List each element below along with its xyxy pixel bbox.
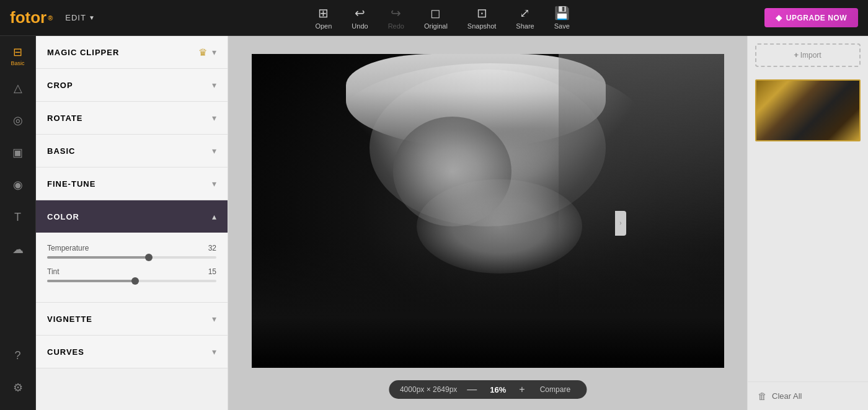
gear-icon: ⚙ xyxy=(13,381,23,394)
color-section: COLOR ▴ Temperature 32 xyxy=(36,200,228,303)
sidebar-item-help[interactable]: ? xyxy=(3,341,33,370)
right-panel: + + Import 🗑 Clear All xyxy=(747,36,868,410)
sidebar-item-text[interactable]: T xyxy=(3,202,33,232)
crop-header[interactable]: CROP ▾ xyxy=(36,69,228,101)
chevron-down-icon: ▼ xyxy=(89,14,95,21)
curves-header[interactable]: CURVES ▾ xyxy=(36,336,228,368)
topbar-tools: ⊞ Open ↩ Undo ↪ Redo ◻ Original ⊡ Snapsh… xyxy=(120,6,764,30)
frame-icon: ▣ xyxy=(12,146,23,159)
sidebar-item-cloud[interactable]: ☁ xyxy=(3,234,33,264)
triangle-icon: △ xyxy=(14,81,22,95)
crown-icon: ♛ xyxy=(198,47,207,58)
basic-header[interactable]: BASIC ▾ xyxy=(36,135,228,167)
canvas-area: 4000px × 2649px — 16% + Compare › xyxy=(228,36,747,410)
rotate-header[interactable]: ROTATE ▾ xyxy=(36,102,228,134)
help-icon: ? xyxy=(14,349,20,362)
zoom-out-button[interactable]: — xyxy=(464,384,479,395)
sidebar-icons: ⊟ Basic △ ◎ ▣ ◉ T ☁ ? ⚙ xyxy=(0,36,36,410)
collapse-right-panel-button[interactable]: › xyxy=(615,211,626,236)
chevron-icon: ▾ xyxy=(212,80,216,90)
crop-section: CROP ▾ xyxy=(36,69,228,102)
undo-icon: ↩ xyxy=(355,6,365,20)
save-icon: 💾 xyxy=(554,6,570,20)
basic-section: BASIC ▾ xyxy=(36,135,228,167)
edit-panel: MAGIC CLIPPER ♛ ▾ CROP ▾ ROTATE ▾ xyxy=(36,36,228,410)
vignette-header[interactable]: VIGNETTE ▾ xyxy=(36,303,228,335)
save-tool[interactable]: 💾 Save xyxy=(554,6,570,30)
tint-slider[interactable] xyxy=(47,280,216,282)
undo-tool[interactable]: ↩ Undo xyxy=(352,6,368,30)
app-logo: fotor® xyxy=(10,8,53,27)
open-icon: ⊞ xyxy=(318,6,329,20)
share-tool[interactable]: ⤢ Share xyxy=(516,6,534,30)
main-image xyxy=(252,54,724,368)
color-content: Temperature 32 Tint 15 xyxy=(36,233,228,302)
thumbnail-image xyxy=(756,81,859,140)
chevron-up-icon: ▴ xyxy=(212,212,216,221)
sidebar-item-frame[interactable]: ▣ xyxy=(3,138,33,167)
edit-button[interactable]: EDIT ▼ xyxy=(65,13,95,22)
bottom-bar: 4000px × 2649px — 16% + Compare xyxy=(389,380,587,399)
sliders-icon: ⊟ xyxy=(13,45,22,59)
rotate-section: ROTATE ▾ xyxy=(36,102,228,135)
snapshot-tool[interactable]: ⊡ Snapshot xyxy=(467,6,496,30)
cloud-icon: ☁ xyxy=(12,243,24,256)
chevron-icon: ▾ xyxy=(212,179,216,189)
image-container xyxy=(252,54,724,368)
snapshot-icon: ⊡ xyxy=(477,6,487,20)
text-icon: T xyxy=(14,211,21,224)
chevron-icon: ▾ xyxy=(212,146,216,156)
chevron-right-icon: › xyxy=(619,220,621,226)
main-layout: ⊟ Basic △ ◎ ▣ ◉ T ☁ ? ⚙ xyxy=(0,36,868,410)
tint-slider-row: Tint 15 xyxy=(47,267,216,282)
chevron-icon: ▾ xyxy=(212,113,216,123)
magic-clipper-header[interactable]: MAGIC CLIPPER ♛ ▾ xyxy=(36,36,228,68)
redo-tool[interactable]: ↪ Redo xyxy=(388,6,404,30)
chevron-icon: ▾ xyxy=(212,347,216,357)
thumbnail-area xyxy=(755,79,861,141)
redo-icon: ↪ xyxy=(391,6,401,20)
magic-clipper-section: MAGIC CLIPPER ♛ ▾ xyxy=(36,36,228,69)
sidebar-item-beauty[interactable]: △ xyxy=(3,73,33,103)
original-icon: ◻ xyxy=(430,6,441,20)
temperature-slider-row: Temperature 32 xyxy=(47,244,216,259)
sidebar-bottom: ? ⚙ xyxy=(3,341,33,410)
topbar: fotor® EDIT ▼ ⊞ Open ↩ Undo ↪ Redo ◻ Ori… xyxy=(0,0,868,36)
fine-tune-header[interactable]: FINE-TUNE ▾ xyxy=(36,167,228,200)
temperature-slider[interactable] xyxy=(47,256,216,259)
clear-all-button[interactable]: 🗑 Clear All xyxy=(748,381,868,410)
target-icon: ◉ xyxy=(13,178,23,192)
curves-section: CURVES ▾ xyxy=(36,336,228,368)
import-button[interactable]: + + Import xyxy=(755,43,861,67)
fine-tune-section: FINE-TUNE ▾ xyxy=(36,167,228,200)
compare-button[interactable]: Compare xyxy=(535,385,575,394)
sidebar-item-eye[interactable]: ◎ xyxy=(3,105,33,135)
sidebar-item-basic[interactable]: ⊟ Basic xyxy=(3,41,33,71)
trash-icon: 🗑 xyxy=(758,391,767,401)
color-header[interactable]: COLOR ▴ xyxy=(36,200,228,233)
chevron-icon: ▾ xyxy=(212,314,216,324)
chevron-icon: ▾ xyxy=(212,47,216,57)
open-tool[interactable]: ⊞ Open xyxy=(315,6,332,30)
upgrade-button[interactable]: ◆ UPGRADE NOW xyxy=(764,8,858,27)
original-tool[interactable]: ◻ Original xyxy=(424,6,448,30)
sidebar-item-target[interactable]: ◉ xyxy=(3,170,33,200)
eye-icon: ◎ xyxy=(13,114,23,127)
sidebar-item-settings[interactable]: ⚙ xyxy=(3,373,33,403)
upgrade-icon: ◆ xyxy=(776,13,782,22)
vignette-section: VIGNETTE ▾ xyxy=(36,303,228,336)
zoom-in-button[interactable]: + xyxy=(516,384,527,395)
share-icon: ⤢ xyxy=(520,6,530,20)
image-thumbnail[interactable] xyxy=(755,79,861,141)
